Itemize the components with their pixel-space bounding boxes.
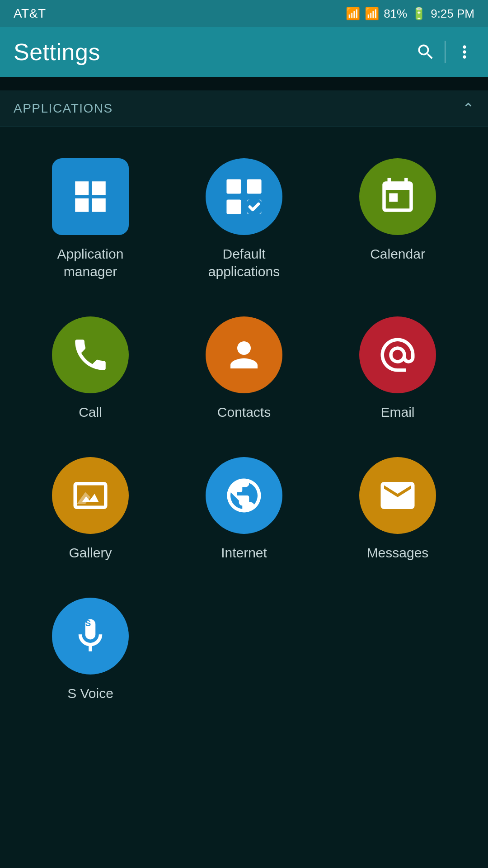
app-item-contacts[interactable]: Contacts	[167, 303, 321, 443]
battery-icon: 🔋	[412, 7, 426, 21]
sub-bar	[0, 77, 488, 90]
call-label: Call	[79, 403, 102, 421]
header-actions	[416, 41, 474, 63]
apps-grid: Applicationmanager Defaultapplications C…	[0, 127, 488, 743]
search-icon[interactable]	[416, 42, 436, 62]
time-label: 9:25 PM	[431, 7, 474, 21]
svg-rect-0	[226, 179, 241, 193]
app-item-gallery[interactable]: Gallery	[14, 443, 167, 584]
carrier-label: AT&T	[14, 6, 46, 21]
status-bar: AT&T 📶 📶 81% 🔋 9:25 PM	[0, 0, 488, 27]
applications-section-title: APPLICATIONS	[14, 101, 113, 116]
svoice-label: S Voice	[67, 684, 113, 702]
header: Settings	[0, 27, 488, 77]
calendar-icon	[359, 158, 436, 235]
header-divider	[445, 41, 446, 63]
email-icon	[359, 316, 436, 393]
wifi-icon: 📶	[346, 7, 360, 21]
svg-rect-1	[247, 179, 261, 193]
app-item-default-apps[interactable]: Defaultapplications	[167, 145, 321, 303]
messages-label: Messages	[367, 544, 429, 561]
app-item-email[interactable]: Email	[321, 303, 474, 443]
email-label: Email	[380, 403, 414, 421]
calendar-label: Calendar	[370, 245, 425, 263]
signal-icon: 📶	[365, 7, 379, 21]
battery-label: 81%	[384, 7, 407, 21]
internet-label: Internet	[221, 544, 267, 561]
app-manager-label: Applicationmanager	[57, 245, 124, 280]
status-right: 📶 📶 81% 🔋 9:25 PM	[346, 7, 474, 21]
gallery-icon	[52, 457, 129, 534]
app-item-app-manager[interactable]: Applicationmanager	[14, 145, 167, 303]
call-icon	[52, 316, 129, 393]
more-options-icon[interactable]	[455, 42, 474, 62]
svg-rect-2	[226, 199, 241, 214]
app-item-call[interactable]: Call	[14, 303, 167, 443]
app-manager-icon	[52, 158, 129, 235]
collapse-icon[interactable]: ⌃	[462, 100, 474, 117]
app-item-messages[interactable]: Messages	[321, 443, 474, 584]
applications-section-header[interactable]: APPLICATIONS ⌃	[0, 90, 488, 127]
app-item-svoice[interactable]: S S Voice	[14, 584, 167, 725]
default-apps-icon	[206, 158, 282, 235]
contacts-label: Contacts	[217, 403, 271, 421]
app-item-calendar[interactable]: Calendar	[321, 145, 474, 303]
contacts-icon	[206, 316, 282, 393]
default-apps-label: Defaultapplications	[208, 245, 280, 280]
messages-icon	[359, 457, 436, 534]
app-item-internet[interactable]: Internet	[167, 443, 321, 584]
svg-text:S: S	[85, 618, 91, 628]
internet-icon	[206, 457, 282, 534]
svoice-icon: S	[52, 598, 129, 675]
page-title: Settings	[14, 38, 100, 66]
gallery-label: Gallery	[69, 544, 112, 561]
